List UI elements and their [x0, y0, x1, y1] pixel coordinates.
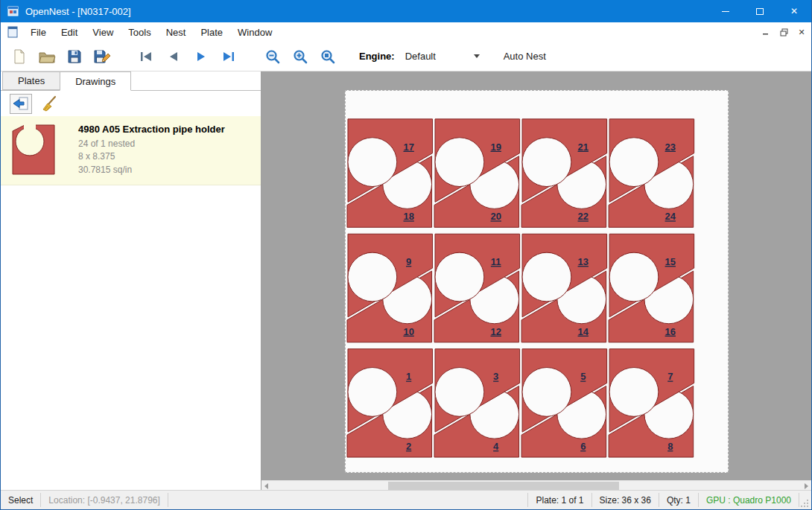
- go-previous-button[interactable]: [162, 45, 185, 68]
- nest-view[interactable]: 171819202122232491011121314151612345678: [346, 91, 726, 471]
- drawing-thumbnail: [10, 122, 78, 177]
- engine-value: Default: [405, 51, 436, 62]
- tab-plates[interactable]: Plates: [2, 71, 60, 90]
- nest-pair[interactable]: 34: [434, 349, 520, 457]
- nest-pair[interactable]: 2122: [521, 119, 607, 227]
- save-edit-button[interactable]: [91, 45, 113, 68]
- status-gpu: GPU : Quadro P1000: [699, 491, 799, 509]
- send-drawing-button[interactable]: [10, 94, 32, 114]
- mdi-minimize-button[interactable]: [758, 25, 774, 39]
- nest-pair[interactable]: 910: [347, 234, 433, 342]
- minimize-icon: [722, 11, 729, 12]
- window-title: OpenNest - [N0317-002]: [25, 6, 131, 17]
- maximize-icon: [756, 8, 764, 15]
- part-number: 11: [491, 256, 501, 267]
- grip-dots-icon: [801, 499, 809, 507]
- save-floppy-icon: [66, 48, 83, 65]
- mdi-restore-icon: [780, 28, 788, 36]
- drawing-title: 4980 A05 Extraction pipe holder: [78, 124, 253, 135]
- part-number: 3: [493, 371, 498, 382]
- nest-pair[interactable]: 78: [609, 349, 694, 457]
- sidebar-tabs: Plates Drawings: [1, 71, 261, 91]
- broom-icon: [41, 95, 57, 112]
- go-first-icon: [138, 49, 154, 64]
- menu-file[interactable]: File: [23, 24, 54, 41]
- drawings-toolbar: [1, 91, 261, 116]
- go-next-button[interactable]: [190, 45, 212, 68]
- status-plate: Plate: 1 of 1: [528, 491, 591, 509]
- plate-sheet[interactable]: 171819202122232491011121314151612345678: [345, 90, 729, 473]
- part-thumbnail-icon: [10, 122, 57, 177]
- sidebar: Plates Drawings: [1, 71, 261, 490]
- part-number: 22: [578, 211, 589, 222]
- zoom-in-button[interactable]: [289, 45, 311, 68]
- maximize-button[interactable]: [743, 0, 777, 22]
- part-number: 13: [578, 256, 589, 267]
- drawing-nested-count: 24 of 1 nested: [78, 138, 253, 150]
- clean-button[interactable]: [38, 94, 60, 114]
- go-last-icon: [221, 49, 237, 64]
- menu-bar: File Edit View Tools Nest Plate Window ✕: [1, 22, 811, 42]
- tab-drawings[interactable]: Drawings: [60, 71, 131, 91]
- open-folder-icon: [38, 48, 56, 65]
- save-edit-icon: [93, 48, 111, 65]
- zoom-fit-button[interactable]: [317, 45, 339, 68]
- scrollbar-thumb[interactable]: [388, 482, 619, 490]
- nest-pair[interactable]: 56: [521, 349, 607, 457]
- nest-pair[interactable]: 1516: [609, 234, 694, 342]
- status-bar: Select Location: [-0.9437, 21.8796] Plat…: [1, 490, 811, 509]
- part-number: 16: [665, 326, 676, 337]
- scroll-right-icon[interactable]: [805, 483, 808, 489]
- status-location: Location: [-0.9437, 21.8796]: [41, 491, 167, 509]
- scroll-left-icon[interactable]: [264, 483, 268, 489]
- resize-grip[interactable]: [799, 491, 811, 509]
- part-number: 6: [580, 441, 586, 452]
- nest-pair[interactable]: 1718: [347, 119, 433, 227]
- open-button[interactable]: [36, 45, 58, 68]
- minimize-button[interactable]: [708, 0, 743, 22]
- part-number: 18: [403, 211, 413, 222]
- nest-canvas[interactable]: 171819202122232491011121314151612345678: [261, 71, 811, 490]
- part-number: 20: [491, 211, 501, 222]
- part-number: 8: [667, 441, 673, 452]
- menu-window[interactable]: Window: [230, 24, 279, 41]
- mdi-restore-button[interactable]: [775, 25, 792, 39]
- part-number: 17: [403, 141, 413, 153]
- menu-nest[interactable]: Nest: [159, 24, 194, 41]
- part-number: 10: [403, 326, 413, 337]
- nest-pair[interactable]: 1920: [434, 119, 520, 227]
- part-number: 24: [665, 211, 676, 222]
- status-mode: Select: [1, 491, 40, 509]
- document-icon: [7, 26, 19, 38]
- nest-pair[interactable]: 1314: [521, 234, 607, 342]
- status-qty: Qty: 1: [659, 491, 698, 509]
- part-number: 23: [665, 141, 676, 153]
- nest-pair[interactable]: 2324: [609, 119, 694, 227]
- menu-view[interactable]: View: [85, 24, 121, 41]
- nest-pair[interactable]: 12: [347, 349, 433, 457]
- go-last-button[interactable]: [218, 45, 240, 68]
- new-button[interactable]: [8, 45, 31, 68]
- part-number: 5: [580, 371, 586, 382]
- drawing-list-item[interactable]: 4980 A05 Extraction pipe holder 24 of 1 …: [1, 116, 261, 185]
- zoom-out-button[interactable]: [261, 45, 284, 68]
- engine-label: Engine:: [359, 51, 395, 62]
- part-number: 15: [665, 256, 676, 267]
- save-button[interactable]: [63, 45, 86, 68]
- go-first-button[interactable]: [135, 45, 157, 68]
- menu-edit[interactable]: Edit: [54, 24, 85, 41]
- zoom-in-icon: [292, 48, 308, 65]
- zoom-fit-icon: [320, 48, 336, 65]
- app-window: OpenNest - [N0317-002] ✕ File Edit View …: [0, 0, 812, 510]
- nest-pair[interactable]: 1112: [434, 234, 520, 342]
- auto-nest-button[interactable]: Auto Nest: [504, 51, 546, 62]
- status-size: Size: 36 x 36: [592, 491, 659, 509]
- horizontal-scrollbar[interactable]: [261, 480, 811, 490]
- chevron-down-icon: [474, 54, 480, 58]
- menu-plate[interactable]: Plate: [193, 24, 230, 41]
- close-button[interactable]: ✕: [777, 0, 811, 22]
- mdi-close-button[interactable]: ✕: [793, 25, 810, 39]
- menu-tools[interactable]: Tools: [121, 24, 158, 41]
- drawing-size: 8 x 8.375: [78, 150, 253, 163]
- engine-select[interactable]: Default: [401, 48, 484, 66]
